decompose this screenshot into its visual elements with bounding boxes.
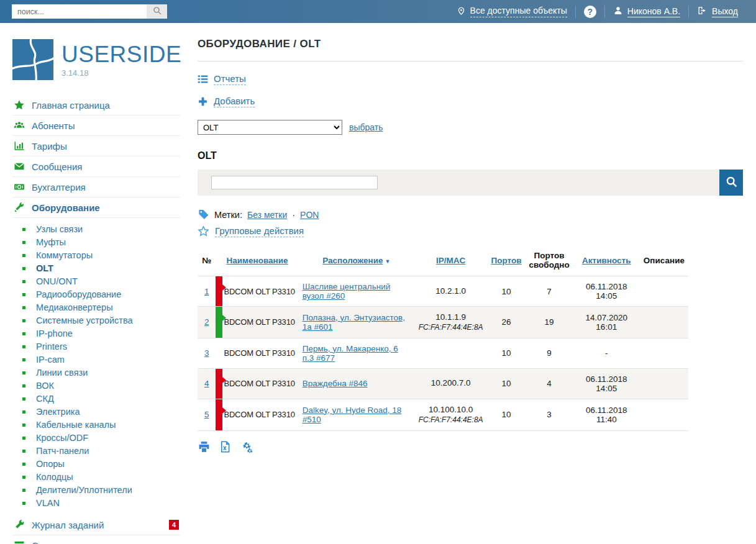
tag-icon xyxy=(198,209,209,220)
choose-link[interactable]: выбрать xyxy=(349,122,383,132)
logo-mark xyxy=(12,39,53,80)
submenu-item-olt[interactable]: OLT xyxy=(12,261,180,274)
submenu-item-cable-channels[interactable]: Кабельные каналы xyxy=(12,418,180,431)
row-cell-marker xyxy=(216,368,222,399)
submenu-item-vok[interactable]: ВОК xyxy=(12,379,180,392)
user-link[interactable]: Никонов А.В. xyxy=(627,6,680,17)
row-number-link[interactable]: 1 xyxy=(204,287,209,296)
search-icon xyxy=(152,6,162,17)
row-cell-marker xyxy=(216,399,222,430)
row-cell-ip-mac: 10.100.10.0FC:FA:F7:44:4E:8A xyxy=(414,399,488,430)
objects-filter[interactable]: Все доступные объекты xyxy=(449,6,575,18)
submenu-item-electrics[interactable]: Электрика xyxy=(12,405,180,418)
filter-input[interactable] xyxy=(211,176,378,189)
add-row: Добавить xyxy=(198,96,743,107)
submenu-item-skd[interactable]: СКД xyxy=(12,392,180,405)
free-ports-value: 7 xyxy=(525,276,573,307)
status-marker xyxy=(216,307,222,338)
sort-link-name[interactable]: Наименование xyxy=(226,256,288,265)
submenu-item-patch-panels[interactable]: Патч-панели xyxy=(12,444,180,457)
group-actions-link[interactable]: Групповые действия xyxy=(215,225,304,237)
location-link[interactable]: Полазна, ул. Энтузиастов, 1а #601 xyxy=(303,313,405,332)
submenu-item-lines[interactable]: Линии связи xyxy=(12,366,180,379)
submenu-item-vlan[interactable]: VLAN xyxy=(12,496,180,509)
row-number-link[interactable]: 5 xyxy=(204,410,209,419)
row-number-link[interactable]: 2 xyxy=(204,317,209,327)
submenu-item-poles[interactable]: Опоры xyxy=(12,457,180,470)
submenu-item-onu-ont[interactable]: ONU/ONT xyxy=(12,274,180,288)
sidebar-item-equipment[interactable]: Оборудование xyxy=(12,197,180,218)
tag-link-pon[interactable]: PON xyxy=(300,210,319,220)
topbar-right: Все доступные объекты ? Никонов А.В. xyxy=(449,6,746,18)
description-value xyxy=(640,399,688,430)
tag-link-no-tag[interactable]: Без метки xyxy=(247,210,287,220)
reports-link[interactable]: Отчеты xyxy=(214,73,246,85)
sort-link-location[interactable]: Расположение xyxy=(322,256,383,265)
help-icon[interactable]: ? xyxy=(584,6,596,18)
location-link[interactable]: Враждебна #846 xyxy=(303,379,368,388)
secondary-menu: Журнал заданий 4 Склад Покрытие xyxy=(12,515,180,544)
batch-operations-button[interactable] xyxy=(240,440,253,453)
sidebar-item-accounting[interactable]: Бухгалтерия xyxy=(12,177,180,197)
submenu-item-switches[interactable]: Коммутаторы xyxy=(12,248,180,261)
user-item[interactable]: Никонов А.В. xyxy=(605,6,688,17)
row-cell-location: Dalkey, ул. Hyde Road, 18 #510 xyxy=(299,399,414,430)
description-value xyxy=(640,276,688,307)
submenu-item-couplings[interactable]: Муфты xyxy=(12,235,180,248)
add-link[interactable]: Добавить xyxy=(214,96,255,107)
submenu-item-ip-phone[interactable]: IP-phone xyxy=(12,327,180,340)
submenu-item-radio[interactable]: Радиооборудование xyxy=(12,288,180,301)
column-header-location: Расположение▼ xyxy=(299,245,414,276)
row-number-link[interactable]: 4 xyxy=(204,379,209,388)
global-search-input[interactable] xyxy=(12,4,147,19)
equipment-type-select[interactable]: OLT xyxy=(198,120,342,135)
submenu-item-ip-cam[interactable]: IP-cam xyxy=(12,353,180,366)
location-link[interactable]: Шасливе центральний вузол #260 xyxy=(303,282,391,301)
sidebar-item-warehouse[interactable]: Склад xyxy=(12,535,180,544)
sidebar-item-label: Главная страница xyxy=(32,100,110,111)
row-cell-marker xyxy=(216,276,222,307)
status-marker xyxy=(216,338,222,368)
global-search xyxy=(12,4,167,19)
equipment-table: № Наименование Расположение▼ IP/MAC Порт… xyxy=(198,245,688,431)
location-link[interactable]: Пермь, ул. Макаренко, 6 п.3 #677 xyxy=(303,344,398,363)
mac-value: FC:FA:F7:44:4E:8A xyxy=(418,323,484,332)
sidebar: USERSIDE 3.14.18 Главная страница Абонен… xyxy=(0,23,198,544)
location-link[interactable]: Dalkey, ул. Hyde Road, 18 #510 xyxy=(303,406,402,424)
print-button[interactable] xyxy=(198,440,211,453)
sidebar-item-home[interactable]: Главная страница xyxy=(12,95,180,116)
sort-link-ports[interactable]: Портов xyxy=(491,256,521,265)
row-number-link[interactable]: 3 xyxy=(204,348,209,358)
submenu-item-mediaconverters[interactable]: Медиаконвертеры xyxy=(12,301,180,314)
excel-export-button[interactable] xyxy=(219,440,232,453)
sort-link-ip-mac[interactable]: IP/MAC xyxy=(436,256,465,265)
submenu-item-wells[interactable]: Колодцы xyxy=(12,470,180,483)
star-icon xyxy=(14,99,25,111)
submenu-item-nodes[interactable]: Узлы связи xyxy=(12,222,180,235)
free-ports-value: 9 xyxy=(525,338,573,368)
filter-search-button[interactable] xyxy=(719,170,743,196)
tag-separator: · xyxy=(292,210,295,220)
global-search-button[interactable] xyxy=(147,4,167,19)
sidebar-item-tariffs[interactable]: Тарифы xyxy=(12,136,180,156)
objects-filter-link[interactable]: Все доступные объекты xyxy=(470,6,567,17)
header-divider xyxy=(198,61,743,61)
logout-item[interactable]: Выход xyxy=(689,6,746,17)
table-row: 5 BDCOM OLT P3310 Dalkey, ул. Hyde Road,… xyxy=(198,399,688,430)
user-icon xyxy=(613,6,623,17)
submenu-item-system-devices[interactable]: Системные устройства xyxy=(12,314,180,327)
submenu-item-splitters[interactable]: Делители/Уплотнители xyxy=(12,483,180,496)
sidebar-item-tasks[interactable]: Журнал заданий 4 xyxy=(12,515,180,535)
table-row: 4 BDCOM OLT P3310 Враждебна #846 10.200.… xyxy=(198,368,688,399)
sidebar-item-messages[interactable]: Сообщения xyxy=(12,156,180,177)
description-value xyxy=(640,307,688,338)
sidebar-item-label: Журнал заданий xyxy=(32,520,104,530)
submenu-item-printers[interactable]: Printers xyxy=(12,340,180,353)
logout-link[interactable]: Выход xyxy=(712,6,738,17)
sidebar-item-subscribers[interactable]: Абоненты xyxy=(12,116,180,136)
row-cell-num: 1 xyxy=(198,276,216,307)
status-marker xyxy=(216,369,222,399)
sort-link-activity[interactable]: Активность xyxy=(582,256,631,265)
submenu-item-cross-odf[interactable]: Кроссы/ODF xyxy=(12,431,180,444)
row-cell-marker xyxy=(216,307,222,338)
